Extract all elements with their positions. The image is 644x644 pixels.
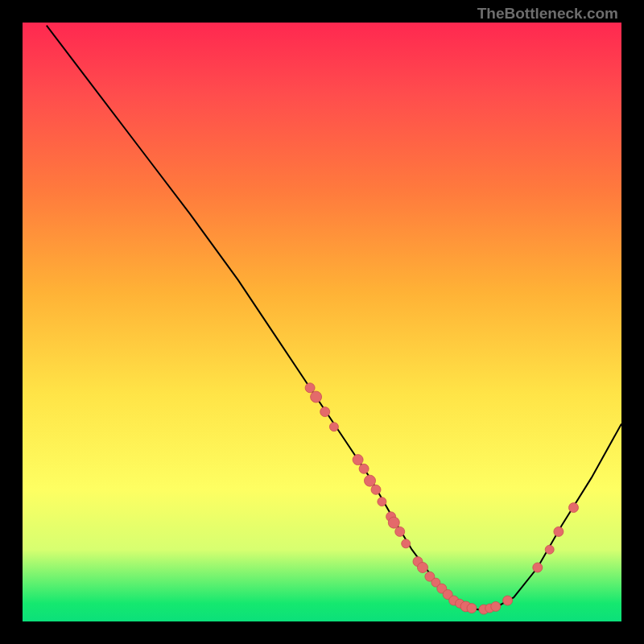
data-point bbox=[365, 475, 376, 486]
data-point bbox=[418, 563, 428, 573]
chart-svg bbox=[23, 23, 621, 621]
data-point bbox=[359, 464, 369, 473]
data-point bbox=[569, 503, 579, 513]
plot-area bbox=[23, 23, 621, 621]
data-point bbox=[533, 563, 543, 572]
data-point bbox=[545, 545, 554, 554]
data-point bbox=[467, 604, 477, 613]
data-points bbox=[305, 383, 578, 614]
data-point bbox=[402, 539, 411, 548]
data-point bbox=[329, 423, 338, 431]
data-point bbox=[311, 391, 322, 402]
bottleneck-curve bbox=[47, 26, 621, 611]
data-point bbox=[388, 517, 399, 528]
data-point bbox=[378, 497, 386, 506]
data-point bbox=[353, 455, 363, 465]
data-point bbox=[491, 601, 501, 611]
watermark-text: TheBottleneck.com bbox=[477, 5, 618, 23]
data-point bbox=[305, 383, 315, 393]
data-point bbox=[554, 526, 564, 536]
chart-frame: TheBottleneck.com bbox=[0, 0, 644, 644]
data-point bbox=[320, 407, 330, 417]
data-point bbox=[371, 485, 381, 494]
data-point bbox=[395, 526, 405, 536]
data-point bbox=[503, 596, 513, 605]
